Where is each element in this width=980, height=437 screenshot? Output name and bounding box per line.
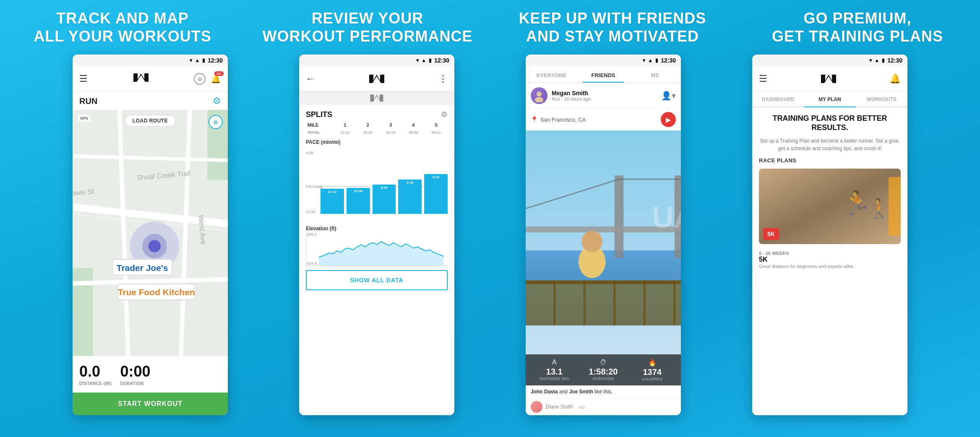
- status-bar-1: ▾ ▲ ▮ 12:30: [73, 55, 228, 66]
- bar-rect-1: 10:12: [321, 189, 344, 214]
- run-header: RUN ⚙: [73, 91, 228, 110]
- phone-wrapper-3: ▾ ▲ ▮ 12:30 EVERYONE FRIENDS ME: [490, 55, 717, 415]
- map-svg: Bowie St Shoal Creek Trail West Ave W 3r…: [73, 110, 228, 356]
- post-info: Megan Smith Run · 16 hours ago: [552, 90, 591, 101]
- splits-gear-icon[interactable]: ⚙: [441, 110, 448, 119]
- wifi-icon-3: ▾: [643, 57, 645, 63]
- bar-rect-3: 9:59: [373, 185, 396, 214]
- bar-rect-2: 10:08: [347, 188, 370, 214]
- signal-icon-3: ▲: [648, 57, 653, 63]
- bar-label-5: 9:24: [433, 175, 439, 179]
- battery-icon-2: ▮: [429, 57, 432, 63]
- total-3: 30:19: [379, 129, 402, 136]
- start-workout-btn[interactable]: START WORKOUT: [73, 393, 228, 415]
- plan-info: 8 - 20 WEEKS 5K Great distance for begin…: [759, 249, 901, 270]
- wifi-icon-4: ▾: [869, 57, 872, 63]
- header-friends-text: KEEP UP WITH FRIENDS AND STAY MOTIVATED: [519, 9, 706, 45]
- bar-label-3: 9:59: [381, 186, 387, 190]
- svg-rect-35: [526, 281, 681, 325]
- follow-btn[interactable]: 👤▾: [661, 91, 676, 101]
- bar-2: 10:08: [347, 188, 370, 214]
- header-premium: GO PREMIUM, GET TRAINING PLANS: [735, 1, 980, 54]
- nav-icons-1: ◎ 🔔 10+: [194, 73, 221, 85]
- notification-icon[interactable]: 🔔 10+: [211, 74, 221, 84]
- stat-duration-label: DURATION: [579, 377, 628, 381]
- tab-friends[interactable]: FRIENDS: [577, 66, 629, 83]
- ua-logo-4: [819, 73, 838, 85]
- col-1: 1: [334, 121, 356, 129]
- back-btn[interactable]: ←: [306, 73, 315, 84]
- bar-4: 9:39: [398, 179, 422, 214]
- elevation-section: Elevation (ft) 505.4 416.9: [299, 222, 454, 266]
- tab-everyone[interactable]: EVERYONE: [526, 66, 577, 83]
- svg-text:🏃: 🏃: [842, 189, 871, 216]
- hamburger-icon[interactable]: ☰: [79, 73, 88, 84]
- status-time-3: 12:30: [661, 57, 676, 64]
- post-location-bar: 📍 San Francisco, CA ▶: [526, 109, 681, 130]
- comment-time: ago: [578, 405, 585, 409]
- distance-stat: 0.0 DISTANCE (MI): [79, 363, 112, 386]
- chart-area: 9:30 9:52 (avg) 11:20 10:12: [306, 147, 448, 222]
- tab-me[interactable]: ME: [629, 66, 681, 83]
- load-route-btn[interactable]: LOAD ROUTE: [125, 115, 176, 127]
- compass-icon[interactable]: ◎: [194, 73, 206, 85]
- distance-icon: A: [530, 359, 579, 366]
- pace-chart: PACE (min/mi) 9:30 9:52 (avg) 11:20: [299, 136, 454, 222]
- bell-icon[interactable]: 🔔: [889, 73, 901, 84]
- bar-label-1: 10:12: [328, 190, 336, 194]
- splits-header: SPLITS ⚙: [299, 105, 454, 121]
- phone-wrapper-2: ▾ ▲ ▮ 12:30 ← ⋮: [263, 55, 490, 415]
- nav-bar-2: ← ⋮: [299, 66, 454, 91]
- y-label-top: 9:30: [306, 151, 313, 155]
- post-location-text: San Francisco, CA: [540, 117, 658, 123]
- bar-label-2: 10:08: [354, 189, 362, 193]
- total-1: 10:12: [334, 129, 356, 136]
- post-likes: John Dasta and Joe Smith like this.: [526, 385, 681, 398]
- location-target-icon[interactable]: ⊕: [209, 115, 223, 129]
- tab-my-plan[interactable]: MY PLAN: [804, 91, 855, 107]
- phone-1: ▾ ▲ ▮ 12:30 ☰ ◎ 🔔: [73, 55, 228, 415]
- battery-icon-3: ▮: [655, 57, 658, 63]
- comment-row: Diane Smith ago: [526, 398, 681, 415]
- svg-marker-24: [319, 242, 443, 265]
- svg-text:True Food Kitchen: True Food Kitchen: [118, 287, 195, 297]
- col-3: 3: [379, 121, 402, 129]
- signal-icon-4: ▲: [874, 57, 879, 63]
- more-options-icon[interactable]: ⋮: [438, 73, 448, 84]
- post-timestamp: Run · 16 hours ago: [552, 96, 591, 101]
- nav-bar-4: ☰ 🔔: [752, 66, 907, 91]
- settings-icon[interactable]: ⚙: [213, 96, 221, 107]
- post-user: Megan Smith Run · 16 hours ago: [531, 87, 591, 104]
- show-all-data-btn[interactable]: SHOW ALL DATA: [306, 270, 448, 290]
- ua-logo-1: [132, 72, 150, 86]
- wifi-icon-2: ▾: [416, 57, 419, 63]
- nav-bar-1: ☰ ◎ 🔔 10+: [73, 66, 228, 91]
- ua-logo-2: [323, 73, 430, 85]
- hamburger-icon-4[interactable]: ☰: [759, 73, 767, 84]
- svg-point-25: [537, 91, 542, 96]
- tab-workouts[interactable]: WORKOUTS: [856, 91, 907, 107]
- status-bar-3: ▾ ▲ ▮ 12:30: [526, 55, 681, 66]
- gps-label: GPS: [78, 115, 91, 122]
- status-time-4: 12:30: [887, 57, 902, 64]
- col-4: 4: [402, 121, 425, 129]
- total-cell: TOTAL: [306, 129, 334, 136]
- stat-distance-label: DISTANCE (MI): [530, 377, 579, 381]
- race-card[interactable]: 🏃 🚶 5K: [759, 169, 901, 244]
- elevation-chart: 505.4 416.9: [306, 232, 448, 266]
- commenter-name: Diane Smith: [546, 404, 573, 410]
- status-time-2: 12:30: [434, 57, 449, 64]
- header-track-text: TRACK AND MAP ALL YOUR WORKOUTS: [34, 9, 211, 45]
- social-tabs: EVERYONE FRIENDS ME: [526, 66, 681, 83]
- pace-label: PACE (min/mi): [306, 139, 448, 145]
- battery-icon: ▮: [202, 57, 205, 63]
- svg-rect-52: [889, 177, 901, 236]
- stat-duration: ⏱ 1:58:20 DURATION: [579, 359, 628, 381]
- distance-value: 0.0: [79, 363, 100, 380]
- stat-calories-label: CALORIES: [628, 377, 677, 381]
- tab-dashboard[interactable]: DASHBOARD: [752, 91, 804, 107]
- plan-weeks: 8 - 20 WEEKS: [759, 251, 901, 256]
- phone-2: ▾ ▲ ▮ 12:30 ← ⋮: [299, 55, 454, 415]
- phone-3: ▾ ▲ ▮ 12:30 EVERYONE FRIENDS ME: [526, 55, 681, 415]
- like-btn[interactable]: ▶: [661, 112, 676, 127]
